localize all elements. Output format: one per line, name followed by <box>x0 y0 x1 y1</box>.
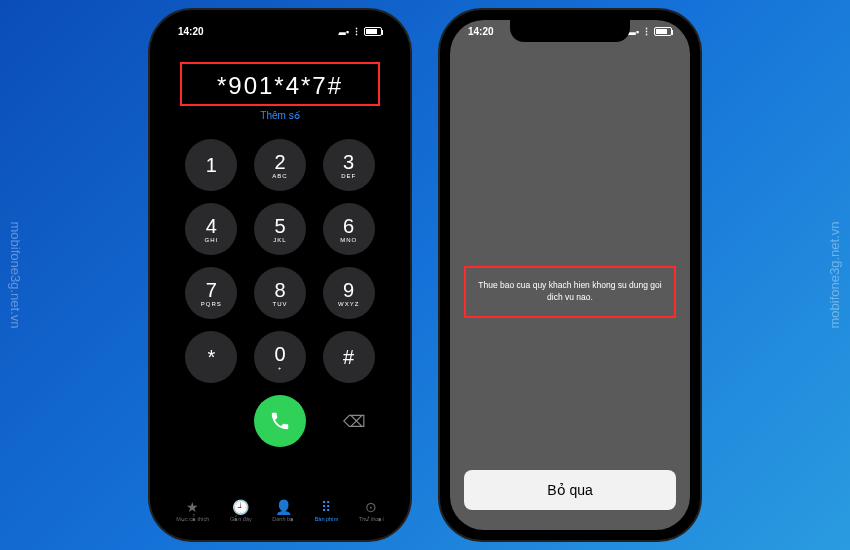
key-0[interactable]: 0+ <box>254 331 306 383</box>
key-1[interactable]: 1 <box>185 139 237 191</box>
tab-2[interactable]: 👤Danh bạ <box>272 499 294 522</box>
key-3[interactable]: 3DEF <box>323 139 375 191</box>
phone-dialer: 14:20 ▬▪ ⋮ *901*4*7# Thêm số 12ABC3DEF4G… <box>150 10 410 540</box>
add-number-link[interactable]: Thêm số <box>180 110 380 121</box>
status-time: 14:20 <box>178 26 204 37</box>
key-2[interactable]: 2ABC <box>254 139 306 191</box>
dialed-number: *901*4*7# <box>186 72 374 100</box>
ussd-message-highlight: Thue bao cua quy khach hien khong su dun… <box>464 266 676 318</box>
watermark-left: mobifone3g.net.vn <box>8 222 23 329</box>
battery-icon <box>364 27 382 36</box>
wifi-icon: ⋮ <box>642 27 651 37</box>
notch <box>220 20 340 42</box>
key-6[interactable]: 6MNO <box>323 203 375 255</box>
key-8[interactable]: 8TUV <box>254 267 306 319</box>
dismiss-button[interactable]: Bỏ qua <box>464 470 676 510</box>
dialed-number-highlight: *901*4*7# <box>180 62 380 106</box>
key-*[interactable]: * <box>185 331 237 383</box>
tab-4[interactable]: ⊙Thư thoại <box>359 499 384 522</box>
result-screen: 14:20 ▬▪ ⋮ Thue bao cua quy khach hien k… <box>450 20 690 530</box>
notch <box>510 20 630 42</box>
watermark-right: mobifone3g.net.vn <box>827 222 842 329</box>
key-#[interactable]: # <box>323 331 375 383</box>
tab-0[interactable]: ★Mục cả thích <box>176 499 209 522</box>
key-4[interactable]: 4GHI <box>185 203 237 255</box>
delete-button[interactable]: ⌫ <box>343 412 366 431</box>
ussd-message: Thue bao cua quy khach hien khong su dun… <box>474 280 666 304</box>
battery-icon <box>654 27 672 36</box>
tab-bar: ★Mục cả thích🕘Gần đây👤Danh bạ⠿Bàn phím⊙T… <box>160 499 400 522</box>
tab-3[interactable]: ⠿Bàn phím <box>315 499 339 522</box>
wifi-icon: ⋮ <box>352 27 361 37</box>
phone-icon <box>269 410 291 432</box>
phone-result: 14:20 ▬▪ ⋮ Thue bao cua quy khach hien k… <box>440 10 700 540</box>
key-5[interactable]: 5JKL <box>254 203 306 255</box>
key-7[interactable]: 7PQRS <box>185 267 237 319</box>
dialer-screen: 14:20 ▬▪ ⋮ *901*4*7# Thêm số 12ABC3DEF4G… <box>160 20 400 530</box>
keypad: 12ABC3DEF4GHI5JKL6MNO7PQRS8TUV9WXYZ*0+# <box>160 139 400 383</box>
call-button[interactable] <box>254 395 306 447</box>
tab-1[interactable]: 🕘Gần đây <box>230 499 252 522</box>
status-time: 14:20 <box>468 26 494 37</box>
key-9[interactable]: 9WXYZ <box>323 267 375 319</box>
